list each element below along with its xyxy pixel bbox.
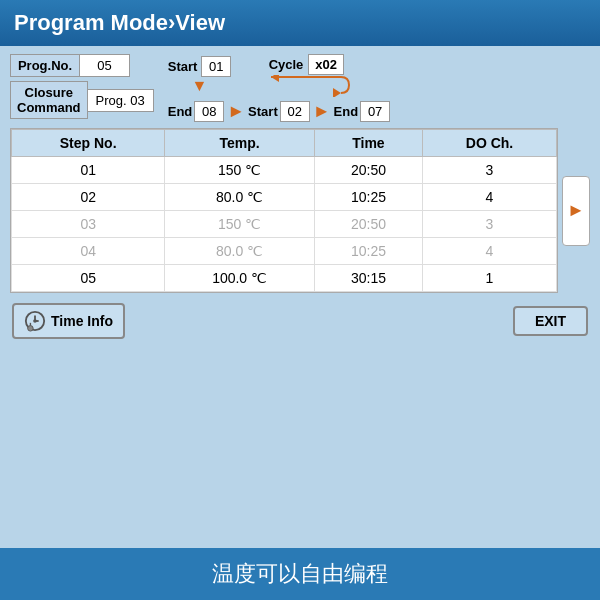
table-row: 03150 ℃20:503 [12,211,557,238]
cell-do_ch: 3 [423,157,557,184]
cell-step: 03 [12,211,165,238]
cell-do_ch: 4 [423,238,557,265]
prog-no-label: Prog.No. [10,54,80,77]
svg-marker-1 [333,88,341,97]
time-info-button[interactable]: Time Info [12,303,125,339]
end2-label: End [334,104,359,119]
footer-text: 温度可以自由编程 [212,559,388,589]
cell-time: 20:50 [314,157,422,184]
left-fields: Prog.No. 05 ClosureCommand Prog. 03 [10,54,154,119]
data-table-container: Step No. Temp. Time DO Ch. 01150 ℃20:503… [10,128,558,293]
down-arrow-start: ▼ [192,77,208,95]
exit-label: EXIT [535,313,566,329]
end-value: 08 [194,101,224,122]
cell-do_ch: 3 [423,211,557,238]
prog-no-row: Prog.No. 05 [10,54,154,77]
table-header: Step No. Temp. Time DO Ch. [12,130,557,157]
time-info-label: Time Info [51,313,113,329]
clock-icon [24,310,46,332]
exit-button[interactable]: EXIT [513,306,588,336]
start-label: Start [168,59,198,74]
cell-step: 04 [12,238,165,265]
svg-point-6 [28,326,34,332]
bottom-bar: Time Info EXIT [10,299,590,343]
col-time: Time [314,130,422,157]
cell-time: 30:15 [314,265,422,292]
end2-value: 07 [360,101,390,122]
table-row: 0480.0 ℃10:254 [12,238,557,265]
data-table: Step No. Temp. Time DO Ch. 01150 ℃20:503… [11,129,557,292]
table-row: 05100.0 ℃30:151 [12,265,557,292]
main-container: Program Mode›View Prog.No. 05 ClosureCom… [0,0,600,600]
closure-value: Prog. 03 [88,89,154,112]
scroll-right-icon: ► [567,200,585,221]
cell-temp: 80.0 ℃ [165,184,315,211]
start-end-row: End 08 ► Start 02 ► End 07 [168,101,390,122]
prog-no-value: 05 [80,54,130,77]
table-body: 01150 ℃20:5030280.0 ℃10:25403150 ℃20:503… [12,157,557,292]
cell-temp: 150 ℃ [165,211,315,238]
cell-temp: 100.0 ℃ [165,265,315,292]
cell-time: 10:25 [314,184,422,211]
col-step: Step No. [12,130,165,157]
start2-value: 02 [280,101,310,122]
table-row: 0280.0 ℃10:254 [12,184,557,211]
end-label: End [168,104,193,119]
cell-step: 02 [12,184,165,211]
start2-label: Start [248,104,278,119]
top-controls: Prog.No. 05 ClosureCommand Prog. 03 [10,54,590,122]
cycle-value: x02 [308,54,344,75]
cycle-curved-arrow [261,75,351,97]
cell-step: 05 [12,265,165,292]
table-wrapper: Step No. Temp. Time DO Ch. 01150 ℃20:503… [10,128,590,293]
cell-temp: 150 ℃ [165,157,315,184]
page-title: Program Mode›View [14,10,225,36]
closure-row: ClosureCommand Prog. 03 [10,81,154,119]
col-temp: Temp. [165,130,315,157]
cell-step: 01 [12,157,165,184]
scroll-right-button[interactable]: ► [562,176,590,246]
cycle-diagram: Start 01 ▼ Cycle x02 [162,54,590,122]
cell-time: 20:50 [314,211,422,238]
cell-do_ch: 1 [423,265,557,292]
main-panel: Prog.No. 05 ClosureCommand Prog. 03 [0,46,600,548]
cell-temp: 80.0 ℃ [165,238,315,265]
closure-label: ClosureCommand [10,81,88,119]
footer: 温度可以自由编程 [0,548,600,600]
arrow-right-1: ► [227,101,245,122]
cell-do_ch: 4 [423,184,557,211]
start-value: 01 [201,56,231,77]
table-row: 01150 ℃20:503 [12,157,557,184]
cycle-label: Cycle [269,57,304,72]
cell-time: 10:25 [314,238,422,265]
arrow-right-2: ► [313,101,331,122]
col-do: DO Ch. [423,130,557,157]
page-header: Program Mode›View [0,0,600,46]
